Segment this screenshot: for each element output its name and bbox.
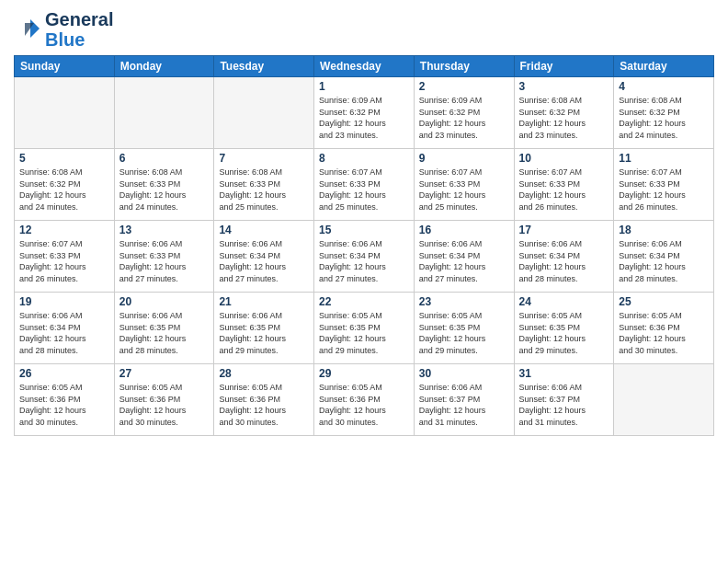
- calendar-cell: 4Sunrise: 6:08 AM Sunset: 6:32 PM Daylig…: [614, 77, 714, 149]
- calendar-cell: 9Sunrise: 6:07 AM Sunset: 6:33 PM Daylig…: [414, 149, 514, 221]
- day-number: 15: [319, 224, 409, 236]
- calendar-cell: 8Sunrise: 6:07 AM Sunset: 6:33 PM Daylig…: [314, 149, 415, 221]
- calendar-week-0: 1Sunrise: 6:09 AM Sunset: 6:32 PM Daylig…: [15, 77, 714, 149]
- day-info: Sunrise: 6:07 AM Sunset: 6:33 PM Dayligh…: [519, 167, 609, 213]
- calendar-cell: 30Sunrise: 6:06 AM Sunset: 6:37 PM Dayli…: [414, 364, 514, 436]
- col-header-wednesday: Wednesday: [314, 56, 415, 77]
- col-header-tuesday: Tuesday: [214, 56, 314, 77]
- day-info: Sunrise: 6:07 AM Sunset: 6:33 PM Dayligh…: [419, 167, 509, 213]
- day-info: Sunrise: 6:08 AM Sunset: 6:33 PM Dayligh…: [119, 167, 210, 213]
- day-info: Sunrise: 6:05 AM Sunset: 6:36 PM Dayligh…: [219, 382, 309, 428]
- day-number: 21: [219, 295, 309, 308]
- calendar-cell: 25Sunrise: 6:05 AM Sunset: 6:36 PM Dayli…: [614, 293, 714, 364]
- day-number: 28: [219, 367, 309, 380]
- calendar-week-3: 19Sunrise: 6:06 AM Sunset: 6:34 PM Dayli…: [15, 293, 714, 364]
- calendar-cell: 13Sunrise: 6:06 AM Sunset: 6:33 PM Dayli…: [114, 221, 214, 293]
- day-info: Sunrise: 6:08 AM Sunset: 6:32 PM Dayligh…: [619, 95, 709, 141]
- calendar-cell: 28Sunrise: 6:05 AM Sunset: 6:36 PM Dayli…: [214, 364, 314, 436]
- day-info: Sunrise: 6:06 AM Sunset: 6:37 PM Dayligh…: [519, 382, 609, 428]
- calendar-cell: 22Sunrise: 6:05 AM Sunset: 6:35 PM Dayli…: [314, 293, 415, 364]
- day-info: Sunrise: 6:06 AM Sunset: 6:34 PM Dayligh…: [319, 238, 409, 284]
- logo: General Blue: [14, 9, 113, 50]
- calendar-cell: 11Sunrise: 6:07 AM Sunset: 6:33 PM Dayli…: [614, 149, 714, 221]
- day-info: Sunrise: 6:07 AM Sunset: 6:33 PM Dayligh…: [19, 238, 109, 284]
- calendar-week-1: 5Sunrise: 6:08 AM Sunset: 6:32 PM Daylig…: [15, 149, 714, 221]
- day-number: 26: [19, 367, 109, 380]
- day-number: 3: [519, 80, 609, 93]
- day-number: 13: [119, 224, 210, 236]
- logo-icon: [14, 16, 41, 43]
- calendar-week-2: 12Sunrise: 6:07 AM Sunset: 6:33 PM Dayli…: [15, 221, 714, 293]
- col-header-friday: Friday: [514, 56, 614, 77]
- svg-marker-0: [30, 19, 40, 38]
- page: General Blue SundayMondayTuesdayWednesda…: [0, 0, 728, 563]
- day-info: Sunrise: 6:06 AM Sunset: 6:33 PM Dayligh…: [119, 238, 210, 284]
- day-number: 29: [319, 367, 409, 380]
- calendar-cell: 15Sunrise: 6:06 AM Sunset: 6:34 PM Dayli…: [314, 221, 415, 293]
- day-number: 2: [419, 80, 509, 93]
- day-info: Sunrise: 6:08 AM Sunset: 6:32 PM Dayligh…: [19, 167, 109, 213]
- calendar-cell: 23Sunrise: 6:05 AM Sunset: 6:35 PM Dayli…: [414, 293, 514, 364]
- day-info: Sunrise: 6:05 AM Sunset: 6:36 PM Dayligh…: [619, 310, 709, 356]
- day-number: 14: [219, 224, 309, 236]
- calendar-cell: 17Sunrise: 6:06 AM Sunset: 6:34 PM Dayli…: [514, 221, 614, 293]
- day-number: 20: [119, 295, 210, 308]
- col-header-sunday: Sunday: [15, 56, 115, 77]
- calendar-cell: 10Sunrise: 6:07 AM Sunset: 6:33 PM Dayli…: [514, 149, 614, 221]
- calendar-cell: 16Sunrise: 6:06 AM Sunset: 6:34 PM Dayli…: [414, 221, 514, 293]
- day-info: Sunrise: 6:07 AM Sunset: 6:33 PM Dayligh…: [319, 167, 409, 213]
- day-info: Sunrise: 6:09 AM Sunset: 6:32 PM Dayligh…: [319, 95, 409, 141]
- calendar-cell: 26Sunrise: 6:05 AM Sunset: 6:36 PM Dayli…: [15, 364, 115, 436]
- calendar-cell: 21Sunrise: 6:06 AM Sunset: 6:35 PM Dayli…: [214, 293, 314, 364]
- day-number: 11: [619, 152, 709, 165]
- calendar-cell: [214, 77, 314, 149]
- calendar-cell: 24Sunrise: 6:05 AM Sunset: 6:35 PM Dayli…: [514, 293, 614, 364]
- day-number: 10: [519, 152, 609, 165]
- day-info: Sunrise: 6:06 AM Sunset: 6:34 PM Dayligh…: [519, 238, 609, 284]
- calendar-cell: 14Sunrise: 6:06 AM Sunset: 6:34 PM Dayli…: [214, 221, 314, 293]
- day-number: 16: [419, 224, 509, 236]
- day-number: 9: [419, 152, 509, 165]
- day-number: 19: [19, 295, 109, 308]
- logo-text: General Blue: [45, 9, 113, 50]
- day-info: Sunrise: 6:08 AM Sunset: 6:33 PM Dayligh…: [219, 167, 309, 213]
- col-header-saturday: Saturday: [614, 56, 714, 77]
- calendar-cell: [15, 77, 115, 149]
- calendar-cell: 6Sunrise: 6:08 AM Sunset: 6:33 PM Daylig…: [114, 149, 214, 221]
- day-info: Sunrise: 6:05 AM Sunset: 6:35 PM Dayligh…: [519, 310, 609, 356]
- day-number: 18: [619, 224, 709, 236]
- day-info: Sunrise: 6:06 AM Sunset: 6:34 PM Dayligh…: [619, 238, 709, 284]
- calendar-cell: 31Sunrise: 6:06 AM Sunset: 6:37 PM Dayli…: [514, 364, 614, 436]
- day-info: Sunrise: 6:05 AM Sunset: 6:36 PM Dayligh…: [19, 382, 109, 428]
- day-number: 30: [419, 367, 509, 380]
- calendar-cell: 5Sunrise: 6:08 AM Sunset: 6:32 PM Daylig…: [15, 149, 115, 221]
- day-info: Sunrise: 6:06 AM Sunset: 6:37 PM Dayligh…: [419, 382, 509, 428]
- day-info: Sunrise: 6:09 AM Sunset: 6:32 PM Dayligh…: [419, 95, 509, 141]
- day-info: Sunrise: 6:05 AM Sunset: 6:35 PM Dayligh…: [419, 310, 509, 356]
- calendar-cell: [614, 364, 714, 436]
- day-number: 27: [119, 367, 210, 380]
- day-number: 17: [519, 224, 609, 236]
- day-info: Sunrise: 6:06 AM Sunset: 6:34 PM Dayligh…: [19, 310, 109, 356]
- day-number: 4: [619, 80, 709, 93]
- calendar-cell: 18Sunrise: 6:06 AM Sunset: 6:34 PM Dayli…: [614, 221, 714, 293]
- logo-general: General: [45, 9, 113, 29]
- day-number: 7: [219, 152, 309, 165]
- col-header-monday: Monday: [114, 56, 214, 77]
- calendar-cell: 2Sunrise: 6:09 AM Sunset: 6:32 PM Daylig…: [414, 77, 514, 149]
- calendar-cell: 7Sunrise: 6:08 AM Sunset: 6:33 PM Daylig…: [214, 149, 314, 221]
- calendar-cell: 19Sunrise: 6:06 AM Sunset: 6:34 PM Dayli…: [15, 293, 115, 364]
- calendar-cell: 29Sunrise: 6:05 AM Sunset: 6:36 PM Dayli…: [314, 364, 415, 436]
- calendar-cell: 1Sunrise: 6:09 AM Sunset: 6:32 PM Daylig…: [314, 77, 415, 149]
- day-number: 22: [319, 295, 409, 308]
- day-number: 6: [119, 152, 210, 165]
- day-number: 31: [519, 367, 609, 380]
- day-info: Sunrise: 6:05 AM Sunset: 6:35 PM Dayligh…: [319, 310, 409, 356]
- day-info: Sunrise: 6:08 AM Sunset: 6:32 PM Dayligh…: [519, 95, 609, 141]
- calendar-cell: [114, 77, 214, 149]
- calendar-cell: 12Sunrise: 6:07 AM Sunset: 6:33 PM Dayli…: [15, 221, 115, 293]
- day-number: 25: [619, 295, 709, 308]
- col-header-thursday: Thursday: [414, 56, 514, 77]
- calendar-week-4: 26Sunrise: 6:05 AM Sunset: 6:36 PM Dayli…: [15, 364, 714, 436]
- day-info: Sunrise: 6:06 AM Sunset: 6:35 PM Dayligh…: [119, 310, 210, 356]
